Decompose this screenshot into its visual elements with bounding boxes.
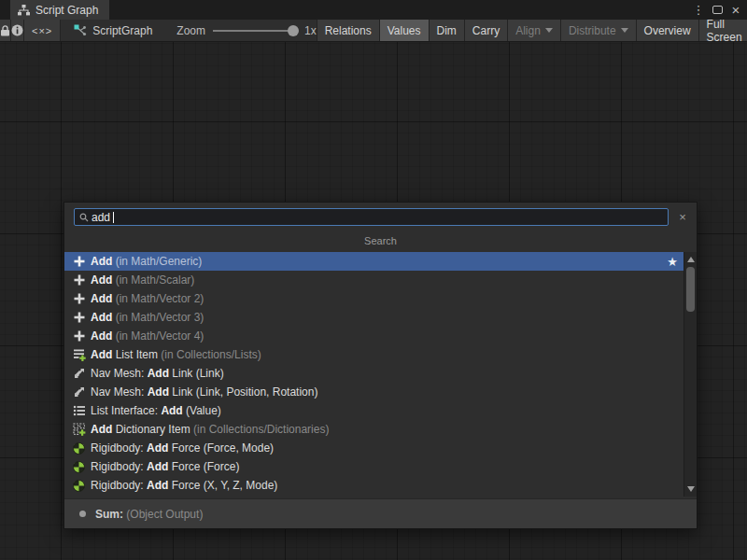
add-dictionary-item-icon bbox=[72, 423, 86, 437]
output-port-icon bbox=[79, 511, 86, 517]
result-row-label: Add (in Math/Scalar) bbox=[91, 273, 194, 287]
result-row[interactable]: Add (in Math/Vector 4) bbox=[64, 327, 684, 345]
result-row[interactable]: Rigidbody: Add Force (X, Y, Z, Mode) bbox=[64, 476, 684, 495]
result-row[interactable]: Add List Item (in Collections/Lists) bbox=[64, 345, 684, 364]
result-row-label: List Interface: Add (Value) bbox=[91, 404, 221, 417]
zoom-value: 1x bbox=[304, 24, 317, 37]
result-row[interactable]: Nav Mesh: Add Link (Link, Position, Rota… bbox=[64, 383, 684, 401]
result-row-label: Add (in Math/Generic) bbox=[91, 255, 202, 268]
toolbar-button-label: Relations bbox=[325, 24, 372, 37]
popup-close-icon[interactable]: × bbox=[676, 210, 689, 224]
scrollbar[interactable] bbox=[684, 252, 697, 497]
text-caret bbox=[113, 212, 114, 223]
zoom-label: Zoom bbox=[176, 24, 205, 37]
toolbar-button-align[interactable]: Align bbox=[507, 20, 560, 41]
nav-mesh-icon bbox=[72, 385, 86, 399]
result-row-label: Nav Mesh: Add Link (Link) bbox=[91, 367, 224, 380]
result-row-label: Add (in Math/Vector 2) bbox=[91, 292, 204, 305]
lock-icon bbox=[0, 25, 10, 36]
toolbar-button-dim[interactable]: Dim bbox=[429, 20, 464, 41]
rigidbody-icon bbox=[72, 441, 86, 455]
chevron-down-icon bbox=[621, 28, 628, 33]
info-button[interactable] bbox=[11, 20, 24, 41]
result-row[interactable]: Rigidbody: Add Force (Force, Mode) bbox=[64, 439, 684, 457]
rigidbody-icon bbox=[72, 460, 86, 474]
zoom-slider[interactable] bbox=[213, 25, 297, 36]
result-list: Add (in Math/Generic)★Add (in Math/Scala… bbox=[64, 252, 684, 497]
window-menu-icon[interactable]: ⋮ bbox=[691, 3, 706, 18]
plus-icon bbox=[72, 311, 86, 325]
search-header: Search bbox=[64, 231, 697, 252]
window-close-icon[interactable]: × bbox=[728, 3, 743, 18]
scroll-down-icon[interactable] bbox=[687, 486, 695, 492]
toolbar-button-label: Distribute bbox=[569, 24, 616, 37]
toolbar-button-label: Full Screen bbox=[707, 18, 742, 44]
toolbar-button-overview[interactable]: Overview bbox=[636, 20, 698, 41]
result-row-label: Add Dictionary Item (in Collections/Dict… bbox=[91, 423, 329, 436]
zoom-slider-track bbox=[213, 30, 297, 32]
result-row-label: Nav Mesh: Add Link (Link, Position, Rota… bbox=[91, 385, 317, 399]
result-row-label: Rigidbody: Add Force (Force, Mode) bbox=[91, 441, 274, 455]
result-row[interactable]: Add Dictionary Item (in Collections/Dict… bbox=[64, 420, 684, 439]
toolbar-button-label: Carry bbox=[472, 24, 500, 37]
toolbar-button-distribute[interactable]: Distribute bbox=[560, 20, 636, 41]
window-maximize-icon[interactable] bbox=[710, 3, 725, 18]
toolbar-button-label: Values bbox=[388, 24, 421, 37]
fuzzy-finder-popup: add × Search Add (in Math/Generic)★Add (… bbox=[63, 202, 698, 529]
result-row[interactable]: Add (in Math/Vector 3) bbox=[64, 308, 684, 327]
lock-button[interactable] bbox=[0, 20, 11, 41]
code-view-button[interactable]: <×> bbox=[24, 20, 61, 41]
result-row-label: Rigidbody: Add Force (Force) bbox=[91, 460, 239, 473]
graph-name-label: ScriptGraph bbox=[92, 24, 152, 37]
tab-script-graph[interactable]: Script Graph bbox=[10, 0, 109, 20]
script-graph-icon bbox=[74, 24, 87, 36]
search-icon bbox=[79, 213, 89, 222]
list-interface-icon bbox=[72, 404, 86, 418]
result-row-label: Rigidbody: Add Force (X, Y, Z, Mode) bbox=[91, 479, 277, 492]
rigidbody-icon bbox=[72, 479, 86, 493]
footer-label: Sum: bbox=[95, 508, 123, 521]
search-input[interactable]: add bbox=[74, 208, 669, 226]
window-titlebar: Script Graph ⋮ × bbox=[0, 0, 747, 20]
result-row[interactable]: Add (in Math/Scalar) bbox=[64, 271, 684, 289]
zoom-slider-knob[interactable] bbox=[288, 25, 299, 36]
graph-tree-icon bbox=[18, 5, 30, 16]
result-row[interactable]: Add (in Math/Generic)★ bbox=[64, 252, 684, 271]
plus-icon bbox=[72, 292, 86, 306]
result-row[interactable]: Add (in Math/Vector 2) bbox=[64, 289, 684, 308]
result-row[interactable]: Rigidbody: Add Force (Force) bbox=[64, 457, 684, 476]
toolbar-button-values[interactable]: Values bbox=[379, 20, 429, 41]
plus-icon bbox=[72, 329, 86, 343]
toolbar-button-label: Overview bbox=[644, 24, 691, 37]
toolbar-button-label: Dim bbox=[437, 24, 457, 37]
toolbar-button-full-screen[interactable]: Full Screen bbox=[698, 20, 747, 41]
tab-title: Script Graph bbox=[35, 4, 98, 17]
graph-breadcrumb[interactable]: ScriptGraph bbox=[74, 20, 152, 41]
scroll-up-icon[interactable] bbox=[687, 257, 695, 262]
selection-summary: Sum: (Object Output) bbox=[64, 498, 697, 528]
result-row[interactable]: Nav Mesh: Add Link (Link) bbox=[64, 364, 684, 383]
plus-icon bbox=[72, 273, 86, 287]
scrollbar-thumb[interactable] bbox=[686, 267, 695, 312]
plus-icon bbox=[72, 255, 86, 269]
chevron-down-icon bbox=[545, 28, 553, 33]
result-row[interactable]: List Interface: Add (Value) bbox=[64, 401, 684, 420]
favorite-star-icon[interactable]: ★ bbox=[667, 255, 678, 269]
result-row-label: Add List Item (in Collections/Lists) bbox=[91, 348, 261, 361]
toolbar-button-label: Align bbox=[515, 24, 541, 37]
search-value: add bbox=[92, 211, 110, 224]
toolbar-button-relations[interactable]: Relations bbox=[317, 20, 379, 41]
info-icon bbox=[11, 24, 23, 36]
result-row-label: Add (in Math/Vector 4) bbox=[91, 329, 204, 343]
result-row-label: Add (in Math/Vector 3) bbox=[91, 311, 204, 324]
toolbar-button-carry[interactable]: Carry bbox=[464, 20, 507, 41]
graph-toolbar: <×> ScriptGraph Zoom 1x RelationsValuesD… bbox=[0, 20, 747, 42]
nav-mesh-icon bbox=[72, 367, 86, 381]
toolbar-toggle-group: RelationsValuesDimCarryAlignDistributeOv… bbox=[317, 20, 747, 41]
add-list-item-icon bbox=[72, 348, 86, 362]
